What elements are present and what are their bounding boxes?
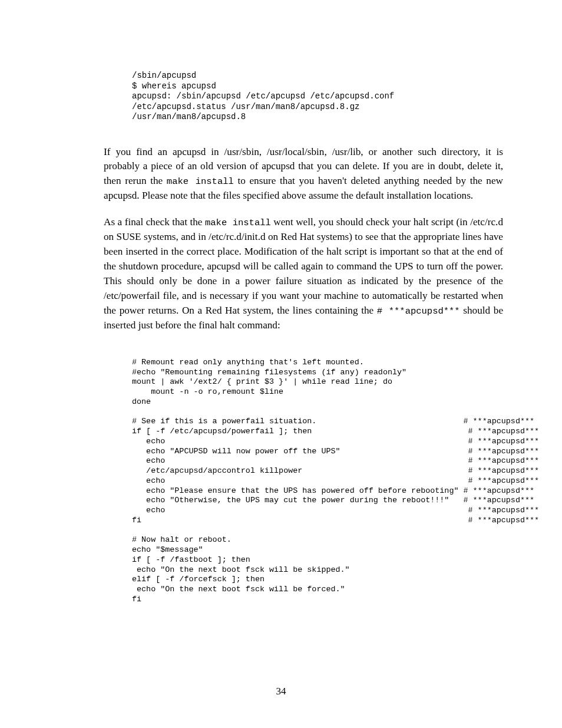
code-block-halt-script: # Remount read only anything that's left… bbox=[132, 358, 503, 605]
inline-code-make-install-1: make install bbox=[167, 176, 234, 187]
paragraph-2: As a final check that the make install w… bbox=[104, 215, 503, 333]
para2-text-a: As a final check that the bbox=[104, 216, 205, 228]
para2-text-b: went well, you should check your halt sc… bbox=[104, 216, 503, 316]
page: /sbin/apcupsd $ whereis apcupsd apcupsd:… bbox=[0, 0, 562, 728]
page-number: 34 bbox=[0, 686, 562, 697]
paragraph-1: If you find an apcupsd in /usr/sbin, /us… bbox=[104, 145, 503, 204]
inline-code-apcupsd-marker: # ***apcupsd*** bbox=[377, 306, 460, 317]
inline-code-make-install-2: make install bbox=[205, 218, 271, 228]
code-block-whereis: /sbin/apcupsd $ whereis apcupsd apcupsd:… bbox=[132, 71, 503, 123]
